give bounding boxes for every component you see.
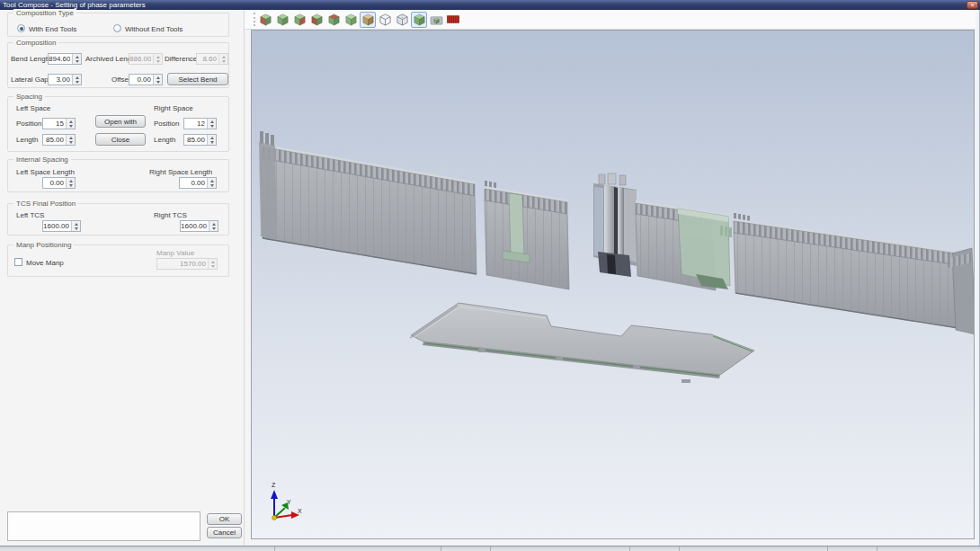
left-length-spinner[interactable] <box>66 135 75 145</box>
right-space-title: Right Space <box>154 104 193 112</box>
archived-length-spinner <box>153 54 162 64</box>
cube-shaded-light-green-icon[interactable] <box>343 12 359 28</box>
bend-length-field[interactable] <box>48 53 82 65</box>
select-bend-button[interactable]: Select Bend <box>167 73 228 85</box>
cube-shaded-red-front-icon[interactable] <box>257 12 273 28</box>
spacing-group: Spacing Left Space Position Length Open … <box>7 96 229 152</box>
left-length-label: Length <box>16 136 38 144</box>
left-space-title: Left Space <box>16 104 50 112</box>
open-with-button[interactable]: Open with <box>95 115 146 128</box>
window-edge <box>976 10 980 546</box>
right-tcs-field[interactable] <box>180 220 218 232</box>
cube-green-red-top-icon[interactable] <box>325 12 342 28</box>
right-tcs-input[interactable] <box>181 221 209 231</box>
without-end-tools-label[interactable]: Without End Tools <box>125 25 183 33</box>
with-end-tools-label[interactable]: With End Tools <box>29 25 76 33</box>
right-tcs-label: Right TCS <box>154 211 187 219</box>
composition-type-group: Composition Type With End Tools Without … <box>7 13 229 37</box>
right-position-label: Position <box>154 120 179 128</box>
window-title: Tool Compose - Setting of phase paramete… <box>3 1 146 9</box>
message-box[interactable] <box>7 511 200 541</box>
close-button[interactable]: Close <box>95 133 146 146</box>
right-length-field[interactable] <box>183 134 217 146</box>
left-tcs-field[interactable] <box>42 220 81 232</box>
cube-green-red-side-icon[interactable] <box>291 12 307 28</box>
bend-length-spinner[interactable] <box>72 54 81 64</box>
titlebar[interactable]: Tool Compose - Setting of phase paramete… <box>0 0 980 10</box>
taskbar-edge <box>0 546 980 551</box>
lateral-gap-field[interactable] <box>48 74 82 85</box>
lateral-gap-label: Lateral Gap <box>11 76 49 84</box>
panel-divider <box>244 10 245 546</box>
cancel-button[interactable]: Cancel <box>207 527 242 538</box>
close-icon[interactable]: × <box>967 1 978 9</box>
left-length-input[interactable] <box>43 135 66 145</box>
left-space-length-input[interactable] <box>43 178 66 188</box>
toolbar-grip[interactable] <box>254 13 256 26</box>
cube-on-plane-icon[interactable] <box>428 12 444 28</box>
tool-holder-center <box>593 173 637 277</box>
right-position-spinner[interactable] <box>207 119 216 129</box>
viewport-3d[interactable]: Z Y X <box>251 30 975 539</box>
spacing-title: Spacing <box>13 93 45 101</box>
offset-input[interactable] <box>129 75 153 84</box>
manp-value-label: Manp Value <box>156 249 194 257</box>
right-tcs-spinner[interactable] <box>209 221 218 231</box>
left-space-length-spinner[interactable] <box>66 178 75 188</box>
tcs-group: TCS Final Position Left TCS Right TCS <box>7 203 229 236</box>
left-length-field[interactable] <box>42 134 76 146</box>
difference-field <box>196 53 228 65</box>
left-position-field[interactable] <box>42 118 76 129</box>
manp-value-input <box>157 259 208 269</box>
move-manp-checkbox[interactable] <box>14 258 22 266</box>
offset-spinner[interactable] <box>153 75 162 84</box>
move-manp-label[interactable]: Move Manp <box>26 259 64 267</box>
right-length-input[interactable] <box>184 135 207 145</box>
viewport-toolbar <box>245 10 980 30</box>
right-position-field[interactable] <box>183 118 217 129</box>
left-tcs-spinner[interactable] <box>71 221 80 231</box>
right-space-length-spinner[interactable] <box>207 178 216 188</box>
tool-compose-dialog: Tool Compose - Setting of phase paramete… <box>0 0 980 551</box>
manp-title: Manp Positioning <box>13 241 74 249</box>
bend-length-input[interactable] <box>49 54 72 64</box>
archived-length-input <box>129 54 153 64</box>
cube-green-red-left-icon[interactable] <box>308 12 325 28</box>
cube-shaded-selected-icon[interactable] <box>411 12 427 28</box>
red-comb-icon[interactable] <box>445 12 461 28</box>
left-space-length-field[interactable] <box>42 177 76 189</box>
manp-group: Manp Positioning Move Manp Manp Value <box>7 244 229 277</box>
axis-x-label: X <box>298 508 302 514</box>
offset-field[interactable] <box>129 74 163 85</box>
cube-wireframe-hidden-icon[interactable] <box>394 12 410 28</box>
left-position-input[interactable] <box>43 119 66 129</box>
cube-shaded-tan-icon[interactable] <box>360 12 376 28</box>
tcs-title: TCS Final Position <box>13 200 78 208</box>
difference-label: Difference <box>165 55 197 63</box>
left-position-spinner[interactable] <box>66 119 75 129</box>
internal-spacing-title: Internal Spacing <box>13 156 71 164</box>
lateral-gap-input[interactable] <box>49 75 72 84</box>
with-end-tools-radio[interactable] <box>17 24 25 32</box>
axis-z-label: Z <box>272 482 276 488</box>
left-space-length-label: Left Space Length <box>16 168 75 176</box>
lateral-gap-spinner[interactable] <box>72 75 81 84</box>
cube-wireframe-icon[interactable] <box>377 12 393 28</box>
difference-input <box>197 54 218 64</box>
right-length-spinner[interactable] <box>207 135 216 145</box>
ok-button[interactable]: OK <box>207 513 242 525</box>
left-position-label: Position <box>16 120 41 128</box>
archived-length-field <box>129 53 163 65</box>
right-space-length-field[interactable] <box>179 177 217 189</box>
bend-length-label: Bend Length <box>11 55 51 63</box>
right-space-length-input[interactable] <box>180 178 207 188</box>
cube-shaded-green-icon[interactable] <box>274 12 290 28</box>
right-position-input[interactable] <box>184 119 207 129</box>
left-tcs-label: Left TCS <box>16 211 44 219</box>
difference-spinner <box>218 54 227 64</box>
left-tcs-input[interactable] <box>43 221 71 231</box>
internal-spacing-group: Internal Spacing Left Space Length Right… <box>7 159 229 192</box>
without-end-tools-radio[interactable] <box>113 24 121 32</box>
composition-group: Composition Bend Length Archived Length … <box>7 42 229 88</box>
right-length-label: Length <box>154 136 175 144</box>
